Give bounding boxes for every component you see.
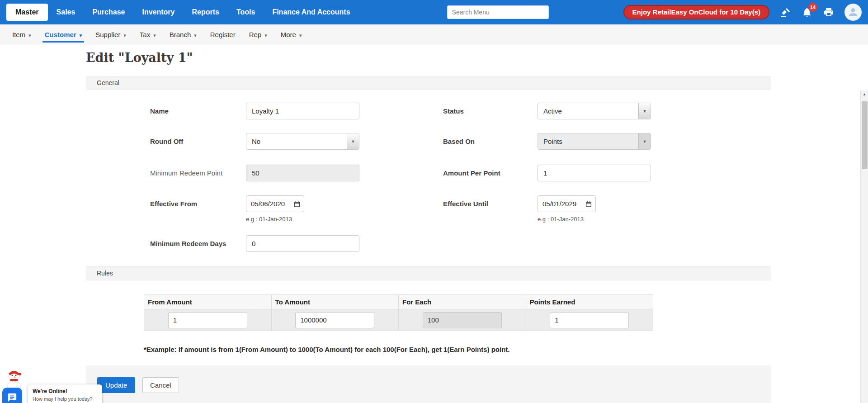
subnav-item-more[interactable]: More [274,24,309,45]
for-each-input [423,312,502,328]
minimum-redeem-days-label: Minimum Redeem Days [150,235,226,252]
chevron-down-icon [638,133,651,149]
master-sub-navigation: Item Customer Supplier Tax Branch Regist… [0,24,868,45]
nav-item-purchase[interactable]: Purchase [84,8,133,16]
nav-item-reports[interactable]: Reports [183,8,227,16]
calendar-icon[interactable] [293,200,301,208]
minimum-redeem-point-label: Minimum Redeem Point [150,165,222,181]
nav-item-finance-and-accounts[interactable]: Finance And Accounts [264,8,359,16]
based-on-select: Points [538,133,651,150]
rules-table-row [144,309,653,331]
top-menu: Sales Purchase Inventory Reports Tools F… [48,8,359,16]
chat-launcher-button[interactable] [2,388,22,403]
notification-count-badge: 14 [808,3,817,12]
general-section-header: General [86,76,771,90]
cell-from-amount [144,309,272,331]
effective-until-input[interactable]: 05/01/2029 [538,195,596,212]
chevron-down-icon [264,31,267,38]
subnav-item-rep[interactable]: Rep [242,24,274,45]
status-select-value: Active [538,103,651,119]
chevron-down-icon [28,31,31,38]
vertical-scrollbar[interactable]: ▲ [860,90,868,403]
minimum-redeem-point-input [246,165,359,181]
effective-from-hint: e.g : 01-Jan-2013 [246,216,292,223]
chat-bubble-icon [7,393,17,403]
minimum-redeem-days-input[interactable] [246,235,359,252]
subnav-item-label: More [281,31,296,38]
effective-from-label: Effective From [150,195,197,212]
chevron-down-icon [80,31,82,38]
subnav-item-branch[interactable]: Branch [163,24,203,45]
top-icons: 14 [779,4,862,21]
rules-example-note: *Example: If amount is from 1(From Amoun… [144,346,510,353]
edit-loyalty-form: Edit "Loyalty 1" General Name Status Act… [86,45,771,403]
update-button[interactable]: Update [97,377,135,393]
subnav-item-label: Supplier [95,31,120,38]
search-menu-input[interactable] [447,5,549,19]
cancel-button[interactable]: Cancel [142,377,179,393]
name-label: Name [150,103,169,119]
nav-master-button[interactable]: Master [6,4,48,21]
based-on-label: Based On [443,133,475,150]
gavel-icon[interactable] [779,6,791,18]
scrollbar-thumb[interactable] [862,101,868,169]
subnav-item-label: Customer [45,31,76,38]
subnav-item-label: Tax [140,31,150,38]
chevron-down-icon [153,31,156,38]
notification-bell-icon[interactable]: 14 [801,6,813,18]
scroll-up-arrow[interactable]: ▲ [861,90,868,98]
chevron-down-icon[interactable] [638,103,651,119]
chevron-down-icon [299,31,302,38]
cell-points-earned [526,309,653,331]
subnav-item-label: Rep [249,31,262,38]
to-amount-input[interactable] [295,312,374,328]
chat-status-text: We're Online! [33,388,97,394]
nav-item-tools[interactable]: Tools [228,8,264,16]
round-off-label: Round Off [150,133,183,150]
printer-icon[interactable] [823,6,835,18]
chevron-down-icon [194,31,197,38]
subnav-item-label: Item [12,31,25,38]
form-footer: Update Cancel [86,365,771,403]
header-from-amount: From Amount [144,295,272,309]
name-input[interactable] [246,103,359,119]
chat-status-card[interactable]: We're Online! How may I help you today? [28,384,102,403]
rules-section-header: Rules [86,266,771,280]
subnav-item-label: Register [210,31,236,38]
chat-message-text: How may I help you today? [33,396,97,402]
from-amount-input[interactable] [168,312,247,328]
amount-per-point-label: Amount Per Point [443,165,500,181]
round-off-select[interactable]: No [246,133,359,150]
chevron-down-icon[interactable] [347,133,359,149]
subnav-item-register[interactable]: Register [203,24,242,45]
header-points-earned: Points Earned [526,295,653,309]
effective-until-hint: e.g : 01-Jan-2013 [538,216,584,223]
nav-item-sales[interactable]: Sales [48,8,84,16]
subnav-item-label: Branch [170,31,191,38]
rules-table: From Amount To Amount For Each Points Ea… [144,294,653,331]
round-off-select-value: No [246,133,359,149]
points-earned-input[interactable] [550,312,629,328]
page-title: Edit "Loyalty 1" [86,51,193,65]
amount-per-point-input[interactable] [538,165,651,181]
subnav-item-item[interactable]: Item [5,24,38,45]
status-select[interactable]: Active [538,103,651,119]
nav-item-inventory[interactable]: Inventory [133,8,183,16]
cell-to-amount [271,309,399,331]
effective-from-input[interactable]: 05/06/2020 [246,195,304,212]
trial-promo-badge[interactable]: Enjoy RetailEasy OnCloud for 10 Day(s) [623,5,769,19]
status-label: Status [443,103,464,119]
effective-until-label: Effective Until [443,195,488,212]
rules-table-header-row: From Amount To Amount For Each Points Ea… [144,295,653,309]
calendar-icon[interactable] [585,200,592,208]
top-navigation-bar: Master Sales Purchase Inventory Reports … [0,0,868,24]
header-for-each: For Each [399,295,526,309]
cell-for-each [399,309,526,331]
subnav-item-customer[interactable]: Customer [38,24,89,45]
based-on-select-value: Points [538,133,651,149]
subnav-item-tax[interactable]: Tax [133,24,163,45]
main-content: Edit "Loyalty 1" General Name Status Act… [0,45,868,403]
subnav-item-supplier[interactable]: Supplier [89,24,133,45]
user-avatar[interactable] [844,4,862,21]
chevron-down-icon [123,31,126,38]
